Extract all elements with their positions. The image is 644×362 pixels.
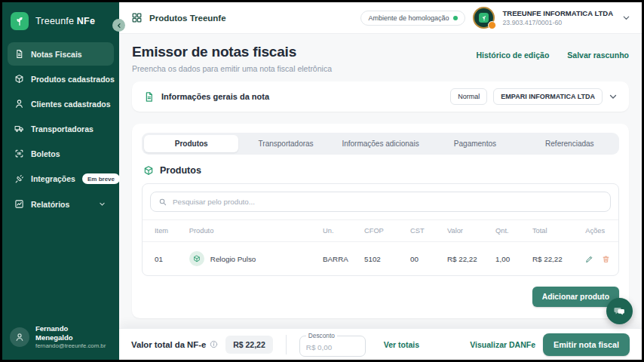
page-links: Histórico de edição Salvar rascunho bbox=[476, 44, 629, 60]
col-valor: Valor bbox=[447, 220, 495, 241]
cell-cfop: 5102 bbox=[364, 246, 410, 272]
products-section-head: Produtos bbox=[143, 165, 618, 176]
tab-transportadoras[interactable]: Transportadoras bbox=[238, 135, 333, 152]
chat-fab-button[interactable] bbox=[606, 298, 633, 324]
document-icon bbox=[14, 49, 24, 59]
col-cst: CST bbox=[410, 220, 447, 241]
cell-un: BARRA bbox=[323, 246, 364, 272]
col-qnt: Qnt. bbox=[495, 220, 532, 241]
sidebar-item-label: Relatórios bbox=[31, 200, 69, 209]
general-info-card: Informações gerais da nota Normal EMPARI… bbox=[132, 81, 629, 112]
product-name: Relogio Pulso bbox=[210, 255, 256, 263]
discount-input[interactable] bbox=[306, 343, 356, 351]
chevron-down-icon bbox=[97, 201, 107, 207]
product-search bbox=[150, 192, 611, 212]
page-head: Emissor de notas fiscais Preencha os dad… bbox=[132, 44, 629, 73]
expand-section-chevron-icon[interactable] bbox=[609, 92, 618, 101]
add-product-button[interactable]: Adicionar produto bbox=[532, 287, 619, 307]
sidebar-item-clientes-cadastrados[interactable]: Clientes cadastrados bbox=[8, 92, 114, 115]
cell-qnt: 1,00 bbox=[495, 246, 532, 272]
sidebar-item-label: Transportadoras bbox=[31, 124, 94, 133]
table-header-row: Item Produto Un. CFOP CST Valor Qnt. Tot… bbox=[143, 219, 618, 242]
truck-icon bbox=[14, 124, 24, 133]
general-info-title: Informações gerais da nota bbox=[161, 92, 269, 101]
product-search-input[interactable] bbox=[173, 198, 603, 206]
totals-footer: Valor total da NF-e R$ 22,22 Desconto Ve… bbox=[119, 328, 642, 360]
issuer-badge: EMPARI INFORMATICA LTDA bbox=[493, 88, 603, 105]
company-cnpj: 23.903.417/0001-60 bbox=[502, 19, 613, 26]
sidebar-item-label: Produtos cadastrados bbox=[31, 75, 115, 84]
plug-icon bbox=[14, 174, 24, 184]
header-right: Ambiente de homologação TREEUNFE INFORMA… bbox=[360, 7, 630, 29]
sidebar-item-label: Clientes cadastrados bbox=[31, 100, 111, 109]
company-name: TREEUNFE INFORMATICA LTDA bbox=[502, 9, 613, 18]
view-totals-link[interactable]: Ver totais bbox=[384, 340, 419, 349]
table-row: 01 Relogio Pulso BARRA 5102 00 R$ 22,22 … bbox=[143, 242, 618, 275]
edit-history-link[interactable]: Histórico de edição bbox=[476, 51, 549, 60]
view-danfe-link[interactable]: Visualizar DANFe bbox=[470, 340, 535, 349]
note-type-badge: Normal bbox=[450, 88, 487, 105]
tab-referenciadas[interactable]: Referenciadas bbox=[523, 135, 617, 152]
person-icon bbox=[14, 332, 25, 342]
sidebar-item-transportadoras[interactable]: Transportadoras bbox=[8, 117, 114, 140]
sidebar-item-boletos[interactable]: Boletos bbox=[8, 142, 114, 165]
sidebar-item-label: Boletos bbox=[31, 149, 60, 158]
cell-cst: 00 bbox=[410, 246, 447, 272]
status-dot-icon bbox=[453, 16, 458, 20]
sidebar-item-label: Integrações bbox=[31, 174, 75, 183]
page-title: Emissor de notas fiscais bbox=[132, 44, 332, 60]
col-total: Total bbox=[532, 220, 585, 241]
delete-product-button[interactable] bbox=[602, 255, 610, 263]
chevron-left-icon bbox=[116, 23, 122, 29]
info-icon bbox=[210, 340, 218, 348]
general-info-badges: Normal EMPARI INFORMATICA LTDA bbox=[450, 88, 618, 105]
sidebar-item-integracoes[interactable]: Integrações Em breve bbox=[8, 167, 114, 191]
discount-field: Desconto bbox=[299, 332, 366, 357]
tree-logo-icon bbox=[11, 12, 29, 30]
breadcrumb-title: Produtos Treeunfe bbox=[149, 14, 226, 23]
col-un: Un. bbox=[323, 220, 364, 241]
cell-valor: R$ 22,22 bbox=[447, 246, 495, 272]
user-menu[interactable]: Fernando Menegaldo fernando@treeunfe.com… bbox=[2, 315, 119, 360]
sidebar-item-produtos-cadastrados[interactable]: Produtos cadastrados bbox=[8, 67, 114, 90]
environment-badge: Ambiente de homologação bbox=[360, 11, 465, 26]
company-avatar bbox=[473, 7, 495, 29]
app-window: Treeunfe NFe Notas Fiscais Produtos cada… bbox=[2, 2, 642, 360]
sidebar-collapse-button[interactable] bbox=[112, 19, 125, 32]
col-produto: Produto bbox=[189, 220, 323, 241]
tab-produtos[interactable]: Produtos bbox=[144, 135, 238, 152]
tab-strip: Produtos Transportadoras Informações adi… bbox=[142, 133, 619, 155]
cell-acoes bbox=[585, 246, 615, 272]
tab-informacoes-adicionais[interactable]: Informações adicionais bbox=[333, 135, 428, 152]
sidebar-item-label: Notas Fiscais bbox=[31, 50, 82, 59]
sidebar-nav: Notas Fiscais Produtos cadastrados Clien… bbox=[2, 39, 119, 219]
user-email: fernando@treeunfe.com.br bbox=[35, 342, 106, 349]
user-name: Fernando Menegaldo bbox=[35, 324, 106, 342]
discount-label: Desconto bbox=[306, 332, 337, 339]
page-subtitle: Preencha os dados para emitir uma nota f… bbox=[132, 64, 332, 73]
divider bbox=[286, 335, 287, 354]
grid-icon bbox=[131, 12, 143, 23]
note-icon bbox=[143, 91, 155, 103]
tab-pagamentos[interactable]: Pagamentos bbox=[428, 135, 522, 152]
company-menu-chevron-icon[interactable] bbox=[622, 14, 630, 22]
sidebar-item-notas-fiscais[interactable]: Notas Fiscais bbox=[8, 42, 114, 66]
product-package-icon bbox=[189, 251, 204, 266]
environment-label: Ambiente de homologação bbox=[368, 14, 449, 22]
sidebar: Treeunfe NFe Notas Fiscais Produtos cada… bbox=[2, 2, 119, 360]
products-table: Item Produto Un. CFOP CST Valor Qnt. Tot… bbox=[142, 183, 619, 276]
cell-total: R$ 22,22 bbox=[532, 246, 585, 272]
company-info: TREEUNFE INFORMATICA LTDA 23.903.417/000… bbox=[502, 9, 613, 26]
user-avatar bbox=[10, 327, 29, 347]
app-name: Treeunfe NFe bbox=[35, 16, 95, 26]
sidebar-item-relatorios[interactable]: Relatórios bbox=[8, 192, 114, 216]
cell-produto: Relogio Pulso bbox=[189, 242, 323, 275]
total-label-wrap: Valor total da NF-e bbox=[131, 340, 218, 349]
save-draft-link[interactable]: Salvar rascunho bbox=[567, 51, 629, 60]
emit-invoice-button[interactable]: Emitir nota fiscal bbox=[543, 333, 630, 356]
main-area: Produtos Treeunfe Ambiente de homologaçã… bbox=[119, 2, 642, 360]
edit-product-button[interactable] bbox=[585, 255, 593, 263]
package-icon bbox=[143, 165, 154, 176]
col-acoes: Ações bbox=[585, 220, 615, 241]
pencil-icon bbox=[585, 255, 593, 263]
